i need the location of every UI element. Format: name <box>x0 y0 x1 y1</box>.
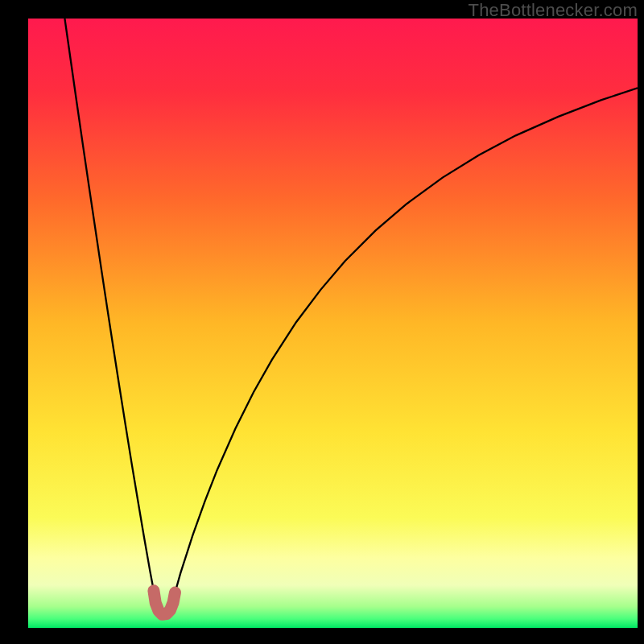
watermark-text: TheBottlenecker.com <box>469 0 638 21</box>
gradient-background <box>28 19 638 628</box>
chart-svg <box>28 19 638 628</box>
chart-frame: TheBottlenecker.com <box>0 0 644 644</box>
chart-plot-area <box>28 19 638 628</box>
